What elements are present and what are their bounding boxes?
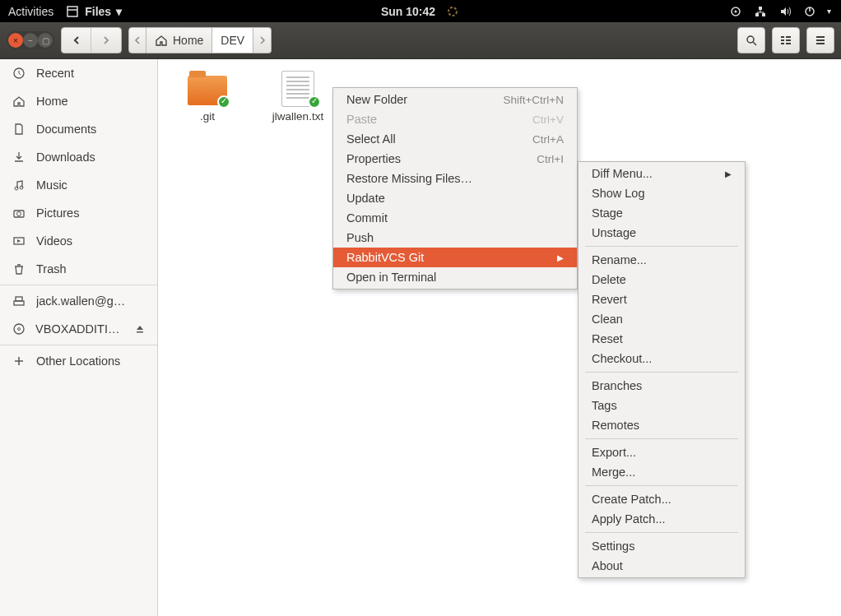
svg-rect-28	[16, 297, 22, 301]
back-button[interactable]	[62, 28, 91, 53]
menu-item-commit[interactable]: Commit	[333, 208, 577, 228]
svg-rect-14	[781, 43, 784, 44]
rabbitvcs-submenu: Diff Menu...▶ Show Log Stage Unstage Ren…	[578, 161, 746, 578]
forward-button[interactable]	[91, 28, 121, 53]
top-panel: Activities Files ▾ Sun 10:42 ▾	[0, 0, 841, 22]
app-menu[interactable]: Files ▾	[65, 4, 122, 19]
svg-rect-0	[67, 7, 77, 16]
sidebar-item-documents[interactable]: Documents	[0, 115, 157, 143]
menu-item-open-terminal[interactable]: Open in Terminal	[333, 267, 577, 287]
toolbar: × − ▢ Home DEV	[0, 22, 841, 59]
settings-icon[interactable]	[728, 4, 743, 19]
hamburger-menu-button[interactable]	[806, 27, 834, 53]
files-icon	[65, 4, 80, 19]
menu-item-restore-missing[interactable]: Restore Missing Files…	[333, 169, 577, 188]
menu-item-select-all[interactable]: Select AllCtrl+A	[333, 129, 577, 149]
folder-icon	[188, 71, 227, 105]
menu-item-properties[interactable]: PropertiesCtrl+I	[333, 149, 577, 169]
submenu-item-settings[interactable]: Settings	[578, 536, 745, 556]
svg-point-29	[14, 324, 24, 334]
submenu-item-reset[interactable]: Reset	[578, 329, 745, 349]
eject-button[interactable]	[134, 323, 146, 335]
submenu-item-showlog[interactable]: Show Log	[578, 183, 745, 203]
breadcrumb-home[interactable]: Home	[146, 27, 212, 53]
home-icon	[155, 34, 168, 47]
menu-separator	[585, 485, 738, 486]
sidebar-item-trash[interactable]: Trash	[0, 255, 157, 283]
submenu-item-delete[interactable]: Delete	[578, 270, 745, 289]
svg-rect-6	[755, 13, 759, 16]
breadcrumb-current-label: DEV	[221, 34, 244, 47]
sidebar-item-pictures[interactable]: Pictures	[0, 199, 157, 227]
breadcrumb: Home DEV	[128, 27, 272, 53]
sidebar-item-label: Other Locations	[36, 354, 120, 368]
disc-icon	[12, 322, 26, 336]
clock[interactable]: Sun 10:42	[381, 5, 435, 18]
maximize-button[interactable]: ▢	[38, 33, 53, 48]
update-icon[interactable]	[445, 4, 460, 19]
submenu-item-revert[interactable]: Revert	[578, 289, 745, 309]
menu-item-rabbitvcs[interactable]: RabbitVCS Git▶	[333, 248, 577, 267]
menu-separator	[585, 246, 738, 247]
activities-button[interactable]: Activities	[8, 5, 53, 18]
menu-separator	[585, 372, 738, 373]
close-button[interactable]: ×	[8, 33, 23, 48]
menu-item-new-folder[interactable]: New FolderShift+Ctrl+N	[333, 90, 577, 109]
sidebar-item-label: VBOXADDITIO…	[35, 322, 124, 336]
submenu-arrow-icon: ▶	[725, 169, 732, 178]
menu-item-push[interactable]: Push	[333, 228, 577, 248]
submenu-item-remotes[interactable]: Remotes	[578, 415, 745, 435]
minimize-button[interactable]: −	[23, 33, 38, 48]
submenu-item-merge[interactable]: Merge...	[578, 462, 745, 482]
search-button[interactable]	[737, 27, 765, 53]
submenu-item-clean[interactable]: Clean	[578, 309, 745, 329]
video-icon	[12, 234, 26, 248]
submenu-item-create-patch[interactable]: Create Patch...	[578, 489, 745, 509]
sidebar-item-music[interactable]: Music	[0, 171, 157, 199]
view-mode-button[interactable]	[772, 27, 800, 53]
sidebar-item-label: Documents	[36, 123, 96, 136]
submenu-item-about[interactable]: About	[578, 556, 745, 576]
submenu-item-branches[interactable]: Branches	[578, 376, 745, 396]
chevron-down-icon: ▾	[116, 5, 122, 18]
sidebar-item-home[interactable]: Home	[0, 87, 157, 115]
file-item-txt[interactable]: jlwallen.txt	[265, 71, 331, 123]
sidebar-item-label: Music	[36, 178, 67, 192]
submenu-item-export[interactable]: Export...	[578, 442, 745, 462]
breadcrumb-next[interactable]	[253, 27, 272, 53]
sidebar-item-downloads[interactable]: Downloads	[0, 143, 157, 171]
sidebar: Recent Home Documents Downloads Music Pi…	[0, 59, 158, 616]
menu-item-update[interactable]: Update	[333, 188, 577, 208]
sidebar-other-locations[interactable]: Other Locations	[0, 347, 157, 375]
submenu-item-unstage[interactable]: Unstage	[578, 223, 745, 243]
svg-rect-27	[14, 301, 24, 305]
file-item-git[interactable]: .git	[174, 71, 240, 123]
clock-icon	[12, 66, 26, 81]
svg-rect-16	[786, 39, 791, 41]
chevron-down-icon: ▾	[827, 7, 831, 16]
sidebar-mount-gmail[interactable]: jack.wallen@gmail….	[0, 287, 157, 315]
breadcrumb-prev[interactable]	[128, 27, 146, 53]
menu-item-paste: PasteCtrl+V	[333, 109, 577, 129]
breadcrumb-current[interactable]: DEV	[212, 27, 253, 53]
power-icon[interactable]	[802, 4, 817, 19]
submenu-item-stage[interactable]: Stage	[578, 203, 745, 223]
submenu-item-apply-patch[interactable]: Apply Patch...	[578, 509, 745, 529]
breadcrumb-home-label: Home	[173, 34, 203, 47]
file-label: .git	[200, 110, 215, 123]
submenu-item-tags[interactable]: Tags	[578, 396, 745, 415]
svg-point-25	[17, 212, 21, 216]
sidebar-item-label: Recent	[36, 67, 74, 80]
sidebar-mount-vbox[interactable]: VBOXADDITIO…	[0, 315, 157, 343]
sidebar-item-label: Pictures	[36, 206, 79, 220]
svg-line-11	[753, 42, 756, 45]
sidebar-item-recent[interactable]: Recent	[0, 59, 157, 87]
network-icon[interactable]	[753, 4, 768, 19]
submenu-item-rename[interactable]: Rename...	[578, 250, 745, 270]
sidebar-item-videos[interactable]: Videos	[0, 227, 157, 255]
submenu-item-diff[interactable]: Diff Menu...▶	[578, 164, 745, 183]
svg-rect-13	[781, 39, 784, 41]
submenu-item-checkout[interactable]: Checkout...	[578, 349, 745, 368]
submenu-arrow-icon: ▶	[557, 253, 564, 262]
volume-icon[interactable]	[778, 4, 792, 19]
